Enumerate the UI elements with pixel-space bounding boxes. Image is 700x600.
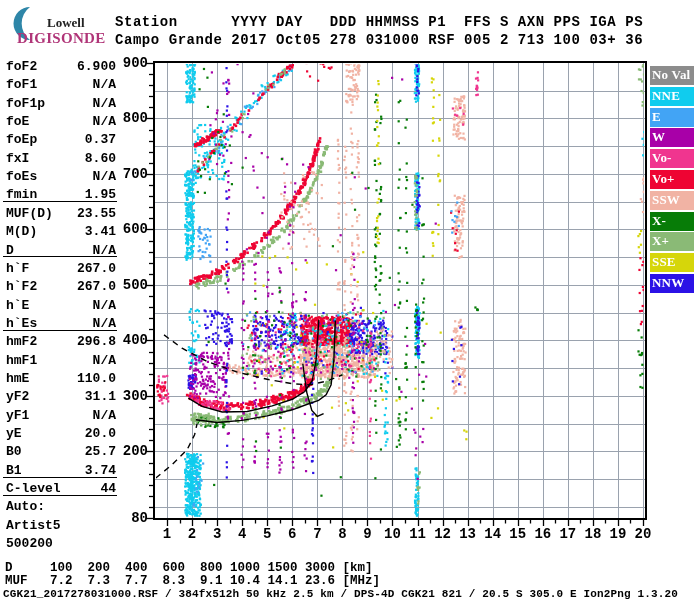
param-value: N/A: [93, 316, 116, 331]
y-tick-label-900: 900: [104, 55, 148, 71]
param-row-yf1: yF1N/A: [6, 408, 116, 426]
legend-item-vo+: Vo+: [650, 170, 694, 189]
y-tick-label-200: 200: [104, 443, 148, 459]
param-row-mufd: MUF(D)23.55: [6, 206, 116, 224]
param-value: 3.74: [85, 463, 116, 478]
param-value: N/A: [93, 408, 116, 423]
param-label: h`F: [6, 261, 29, 276]
param-value: 110.0: [77, 371, 116, 386]
param-row-hf2: h`F2267.0: [6, 279, 116, 297]
legend-label: W: [652, 129, 665, 145]
param-label: fxI: [6, 151, 29, 166]
param-label: D: [6, 243, 14, 258]
legend-label: SSW: [652, 192, 680, 208]
param-row-hme: hmE110.0: [6, 371, 116, 389]
param-row-d: DN/A: [6, 243, 116, 261]
param-value: 0.37: [85, 132, 116, 147]
param-value: 1.95: [85, 187, 116, 202]
param-label: Artist5: [6, 518, 61, 533]
legend-item-noval: No Val: [650, 66, 694, 85]
legend-label: No Val: [652, 67, 690, 83]
param-row-fxi: fxI8.60: [6, 151, 116, 169]
param-row-artist5: Artist5: [6, 518, 116, 536]
param-label: yF2: [6, 389, 29, 404]
y-tick-label-700: 700: [104, 166, 148, 182]
legend-item-sse: SSE: [650, 253, 694, 272]
legend-label: X-: [652, 213, 666, 229]
param-row-yf2: yF231.1: [6, 389, 116, 407]
param-row-ye: yE20.0: [6, 426, 116, 444]
param-label: C-level: [6, 481, 61, 496]
param-label: B0: [6, 444, 22, 459]
param-value: 267.0: [77, 261, 116, 276]
param-divider: [3, 495, 117, 496]
param-label: foF2: [6, 59, 37, 74]
param-label: M(D): [6, 224, 37, 239]
x-tick-label-20: 20: [628, 526, 658, 542]
param-divider: [3, 330, 117, 331]
param-label: yE: [6, 426, 22, 441]
legend-item-nne: NNE: [650, 87, 694, 106]
y-tick-label-300: 300: [104, 388, 148, 404]
param-row-hmf2: hmF2296.8: [6, 334, 116, 352]
param-value: 20.0: [85, 426, 116, 441]
param-row-md: M(D)3.41: [6, 224, 116, 242]
param-value: N/A: [93, 77, 116, 92]
y-tick-label-800: 800: [104, 110, 148, 126]
param-divider: [3, 256, 117, 257]
legend-item-ssw: SSW: [650, 191, 694, 210]
legend-label: E: [652, 109, 661, 125]
param-label: foEs: [6, 169, 37, 184]
param-value: N/A: [93, 96, 116, 111]
param-label: hmE: [6, 371, 29, 386]
param-value: N/A: [93, 353, 116, 368]
param-label: B1: [6, 463, 22, 478]
param-row-hf: h`F267.0: [6, 261, 116, 279]
param-row-foep: foEp0.37: [6, 132, 116, 150]
legend-item-w: W: [650, 128, 694, 147]
param-row-500200: 500200: [6, 536, 116, 554]
legend-item-x+: X+: [650, 232, 694, 251]
param-row-hes: h`EsN/A: [6, 316, 116, 334]
lowell-digisonde-logo: Lowell DIGISONDE: [6, 4, 111, 52]
logo-digisonde-text: DIGISONDE: [17, 30, 106, 47]
doppler-direction-legend: No ValNNEEWVo-Vo+SSWX-X+SSENNW: [650, 66, 694, 295]
param-label: yF1: [6, 408, 29, 423]
param-row-he: h`EN/A: [6, 298, 116, 316]
digisonde-ionogram-viewer: Lowell DIGISONDE Station YYYY DAY DDD HH…: [0, 0, 700, 600]
param-value: N/A: [93, 298, 116, 313]
param-row-foes: foEsN/A: [6, 169, 116, 187]
file-info-footer: CGK21_2017278031000.RSF / 384fx512h 50 k…: [3, 588, 678, 600]
legend-item-x-: X-: [650, 212, 694, 231]
legend-label: NNE: [652, 88, 680, 104]
logo-lowell-text: Lowell: [47, 15, 85, 31]
param-label: foF1: [6, 77, 37, 92]
param-row-b1: B13.74: [6, 463, 116, 481]
param-divider: [3, 201, 117, 202]
param-label: h`F2: [6, 279, 37, 294]
param-label: fmin: [6, 187, 37, 202]
param-label: h`E: [6, 298, 29, 313]
param-label: hmF1: [6, 353, 37, 368]
param-value: N/A: [93, 243, 116, 258]
legend-label: SSE: [652, 254, 676, 270]
y-tick-label-400: 400: [104, 332, 148, 348]
param-label: 500200: [6, 536, 53, 551]
legend-item-e: E: [650, 108, 694, 127]
distance-row: D 100 200 400 600 800 1000 1500 3000 [km…: [5, 561, 373, 575]
param-label: foEp: [6, 132, 37, 147]
muf-row: MUF 7.2 7.3 7.7 8.3 9.1 10.4 14.1 23.6 […: [5, 574, 380, 588]
param-row-hmf1: hmF1N/A: [6, 353, 116, 371]
param-divider: [3, 477, 117, 478]
param-label: MUF(D): [6, 206, 53, 221]
param-row-foe: foEN/A: [6, 114, 116, 132]
param-row-clevel: C-level44: [6, 481, 116, 499]
header-field-names: Station YYYY DAY DDD HHMMSS P1 FFS S AXN…: [115, 14, 643, 30]
legend-item-nnw: NNW: [650, 274, 694, 293]
param-row-auto: Auto:: [6, 499, 116, 517]
y-tick-label-600: 600: [104, 221, 148, 237]
legend-label: NNW: [652, 275, 684, 291]
param-row-fmin: fmin1.95: [6, 187, 116, 205]
param-row-fof1p: foF1pN/A: [6, 96, 116, 114]
param-value: 23.55: [77, 206, 116, 221]
